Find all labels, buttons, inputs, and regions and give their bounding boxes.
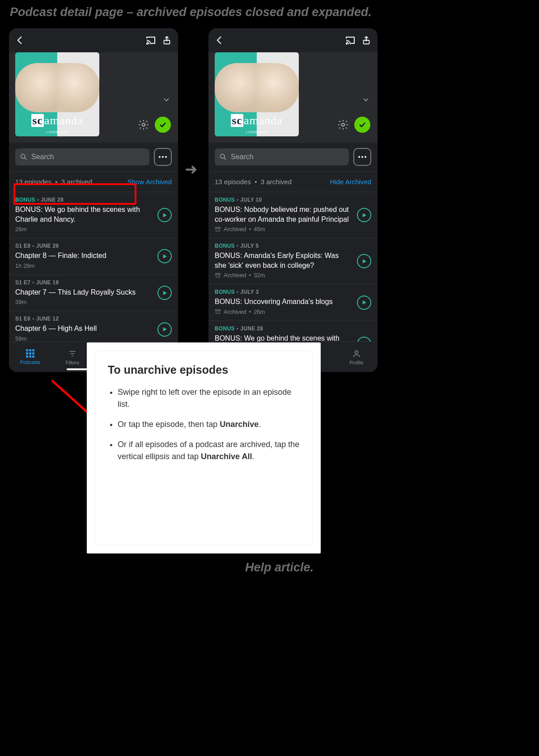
svg-point-2 xyxy=(142,123,145,127)
tab-profile[interactable]: Profile xyxy=(335,342,378,372)
play-button[interactable] xyxy=(357,254,371,268)
help-step: Or if all episodes of a podcast are arch… xyxy=(118,439,300,463)
svg-point-33 xyxy=(355,351,358,354)
archive-icon xyxy=(215,226,221,232)
more-button[interactable] xyxy=(353,148,371,166)
hide-archived-button[interactable]: Hide Archived xyxy=(330,178,371,186)
chevron-down-icon[interactable] xyxy=(162,95,171,106)
svg-line-4 xyxy=(25,158,26,160)
cast-icon[interactable] xyxy=(344,34,356,46)
svg-rect-19 xyxy=(216,227,221,228)
episodes-meta: 13 episodes • 3 archived Hide Archived xyxy=(208,171,378,192)
play-button[interactable] xyxy=(157,208,172,222)
chevron-down-icon[interactable] xyxy=(361,95,370,106)
episode-item[interactable]: S1 E8•JUNE 26 Chapter 8 — Finale: Indict… xyxy=(9,238,178,275)
play-button[interactable] xyxy=(357,296,371,310)
play-button[interactable] xyxy=(157,286,172,300)
podcast-cover[interactable]: scamanda LIONSGATE xyxy=(215,52,299,136)
episodes-meta: 13 episodes • 3 archived Show Archived xyxy=(9,171,178,192)
play-button[interactable] xyxy=(357,208,371,222)
episode-item[interactable]: BONUS•JULY 10 BONUS: Nobody believed me:… xyxy=(208,192,378,238)
subscribed-check[interactable] xyxy=(155,117,171,133)
podcast-cover[interactable]: scamanda LIONSGATE xyxy=(15,52,99,136)
episode-count: 13 episodes • 3 archived xyxy=(215,178,292,186)
gear-icon[interactable] xyxy=(337,119,349,131)
play-button[interactable] xyxy=(157,249,172,263)
top-nav xyxy=(9,28,178,52)
profile-icon xyxy=(352,349,361,358)
svg-marker-21 xyxy=(362,213,366,217)
svg-point-14 xyxy=(346,43,347,44)
svg-line-18 xyxy=(224,158,226,160)
tab-podcasts[interactable]: Podcasts xyxy=(9,342,51,372)
episode-item[interactable]: BONUS•JUNE 28 BONUS: We go behind the sc… xyxy=(9,192,178,238)
back-icon[interactable] xyxy=(14,34,26,46)
subscribed-check[interactable] xyxy=(354,117,370,133)
svg-rect-25 xyxy=(216,310,221,311)
phone-screenshot-expanded: scamanda LIONSGATE Search 13 episodes • … xyxy=(208,28,378,372)
share-icon[interactable] xyxy=(161,34,173,46)
play-button[interactable] xyxy=(157,322,172,337)
archive-icon xyxy=(215,308,221,315)
episode-list[interactable]: BONUS•JULY 10 BONUS: Nobody believed me:… xyxy=(208,192,378,361)
episode-item[interactable]: BONUS•JULY 5 BONUS: Amanda's Early Explo… xyxy=(208,238,378,284)
grid-icon xyxy=(26,349,34,358)
top-nav xyxy=(208,28,378,52)
svg-marker-6 xyxy=(163,254,166,258)
help-step: Swipe right to left over the episode in … xyxy=(118,386,300,410)
episode-list[interactable]: BONUS•JUNE 28 BONUS: We go behind the sc… xyxy=(9,192,178,361)
svg-point-0 xyxy=(147,43,148,44)
filter-icon xyxy=(68,349,77,358)
svg-point-3 xyxy=(21,154,25,158)
episode-count: 13 episodes • 3 archived xyxy=(15,178,92,186)
more-button[interactable] xyxy=(154,148,172,166)
help-card: To unarchive episodes Swipe right to lef… xyxy=(87,342,321,553)
phone-screenshot-collapsed: scamanda LIONSGATE Search 13 episodes • … xyxy=(9,28,178,372)
svg-marker-27 xyxy=(362,300,366,304)
help-step: Or tap the episode, then tap Unarchive. xyxy=(118,418,300,431)
episode-item[interactable]: BONUS•JULY 3 BONUS: Uncovering Amanda's … xyxy=(208,284,378,321)
help-steps: Swipe right to left over the episode in … xyxy=(108,386,300,463)
svg-marker-8 xyxy=(163,327,166,331)
svg-point-17 xyxy=(221,154,225,158)
cast-icon[interactable] xyxy=(145,34,157,46)
podcast-header: scamanda LIONSGATE xyxy=(9,52,178,143)
episode-item[interactable]: S1 E7•JUNE 19 Chapter 7 — This Lady Roya… xyxy=(9,275,178,312)
svg-marker-5 xyxy=(163,213,166,217)
svg-rect-22 xyxy=(216,273,221,274)
search-input[interactable]: Search xyxy=(215,148,349,165)
help-heading: To unarchive episodes xyxy=(108,363,300,376)
caption-bottom: Help article. xyxy=(245,561,314,574)
search-input[interactable]: Search xyxy=(15,148,149,165)
arrow-right-icon: ➜ xyxy=(185,160,197,178)
caption-top: Podcast detail page – archived episodes … xyxy=(10,5,372,19)
svg-marker-7 xyxy=(163,291,166,295)
svg-marker-24 xyxy=(362,259,366,263)
back-icon[interactable] xyxy=(214,34,225,46)
share-icon[interactable] xyxy=(361,34,372,46)
gear-icon[interactable] xyxy=(138,119,149,131)
show-archived-button[interactable]: Show Archived xyxy=(127,178,172,186)
archive-icon xyxy=(215,272,221,279)
svg-point-16 xyxy=(342,123,345,127)
podcast-header: scamanda LIONSGATE xyxy=(208,52,378,143)
